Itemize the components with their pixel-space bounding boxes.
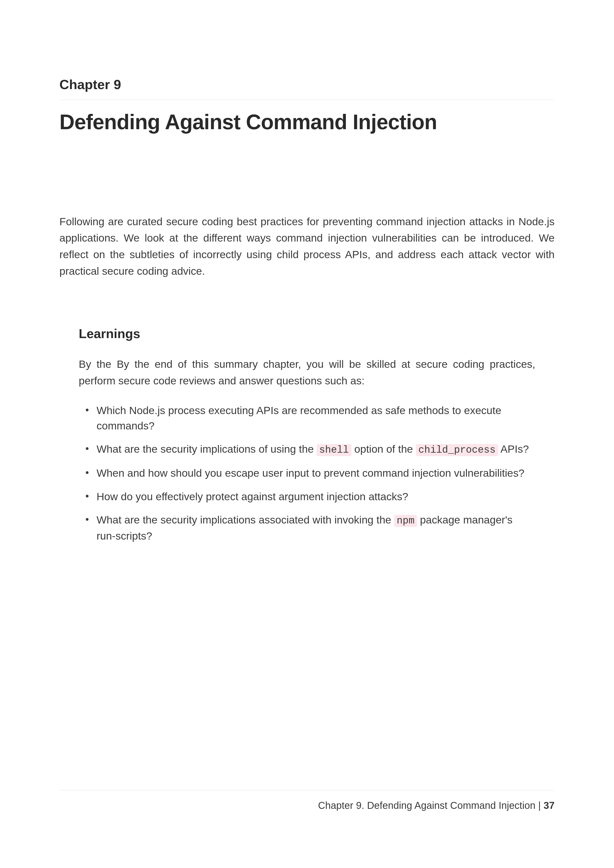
list-item: What are the security implications of us… [96, 441, 535, 457]
inline-code: npm [394, 515, 417, 527]
learnings-intro: By the By the end of this summary chapte… [79, 356, 535, 389]
page-footer: Chapter 9. Defending Against Command Inj… [59, 790, 555, 811]
document-page: Chapter 9 Defending Against Command Inje… [0, 0, 614, 868]
chapter-title: Defending Against Command Injection [59, 110, 555, 134]
footer-text: Chapter 9. Defending Against Command Inj… [318, 800, 535, 811]
chapter-label: Chapter 9 [59, 77, 555, 92]
list-item: When and how should you escape user inpu… [96, 465, 535, 480]
inline-code: shell [317, 444, 351, 456]
learnings-heading: Learnings [79, 326, 535, 341]
intro-paragraph: Following are curated secure coding best… [59, 213, 555, 279]
list-item: Which Node.js process executing APIs are… [96, 403, 535, 434]
footer-separator: | [535, 800, 544, 811]
inline-code: child_process [416, 444, 498, 456]
learnings-section: Learnings By the By the end of this summ… [59, 326, 555, 544]
list-item: How do you effectively protect against a… [96, 489, 535, 504]
chapter-divider [59, 99, 555, 100]
footer-page-number: 37 [544, 800, 555, 811]
learnings-list: Which Node.js process executing APIs are… [79, 403, 535, 544]
list-item: What are the security implications assoc… [96, 512, 535, 544]
